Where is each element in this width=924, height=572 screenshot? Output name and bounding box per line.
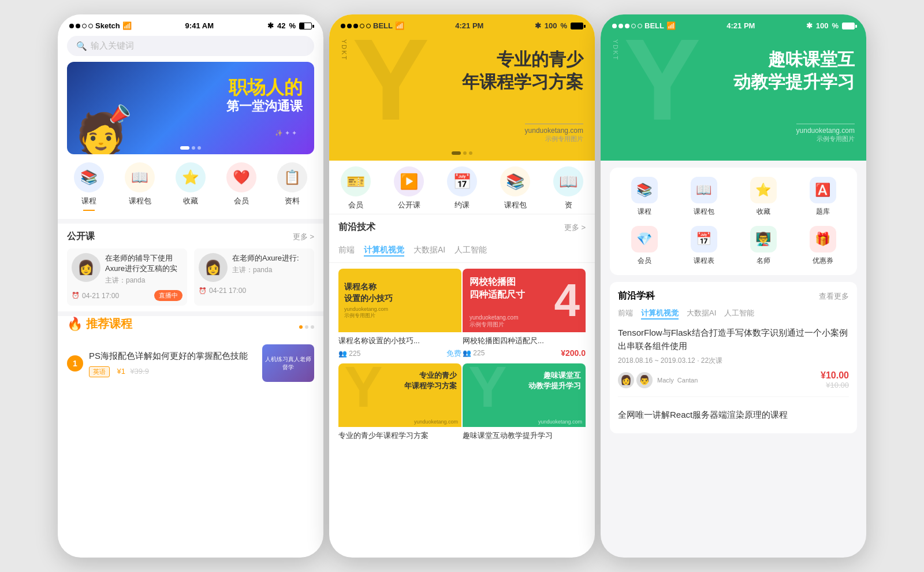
subject-more-3[interactable]: 查看更多 (819, 291, 849, 302)
battery-fill-2 (571, 23, 583, 29)
pub-title-1: 在老师的辅导下使用Axure进行交互稿的实 (105, 253, 182, 274)
grid-info-1: 课程名称设置的小技巧... 👥 225 免费 (338, 332, 461, 362)
signal-dot-4 (88, 24, 93, 28)
cat2-label-materials: 资 (565, 200, 572, 210)
section-more-public[interactable]: 更多 > (293, 232, 314, 242)
battery-fill-1 (300, 23, 304, 29)
icon-item-packages-3[interactable]: 📖 课程包 (674, 172, 733, 221)
cutting-edge-more[interactable]: 更多 > (564, 222, 586, 233)
grid-text-3: 专业的青少年课程学习方案 (404, 370, 457, 391)
icon-item-courses-3[interactable]: 📚 课程 (614, 172, 674, 221)
grid-card-4[interactable]: Y 趣味课堂互动教学提升学习 yunduoketang.com 趣味课堂互动教学… (463, 363, 586, 444)
cat2-public[interactable]: ▶️ 公开课 (382, 166, 435, 210)
cat2-member[interactable]: 🎫 会员 (329, 166, 382, 210)
icon-label-quiz-3: 题库 (816, 207, 830, 217)
grid-card-2[interactable]: 4 网校轮播图四种适配尺寸 yunduoketang.com示例专用图片 网校轮… (463, 269, 586, 362)
grid-card-1[interactable]: 课程名称设置的小技巧 yunduoketang.com示例专用图片 课程名称设置… (338, 269, 461, 362)
section-header-public: 公开课 更多 > (58, 224, 323, 248)
grid-info-4: 趣味课堂互动教学提升学习 (463, 427, 586, 444)
pub-card-inner-2: 👩 在老师的Axure进行: 主讲：panda (199, 253, 310, 282)
live-badge-1: 直播中 (154, 290, 182, 301)
overlay-text-2: 网校轮播图四种适配尺寸 (470, 276, 557, 302)
time-2: 4:21 PM (455, 21, 483, 30)
grid-info-3: 专业的青少年课程学习方案 (338, 427, 461, 444)
tab-frontend[interactable]: 前端 (338, 245, 355, 257)
subjtab-cv[interactable]: 计算机视觉 (641, 308, 679, 320)
grid-y-3: Y (344, 363, 383, 415)
cat-item-favorites-1[interactable]: ⭐ 收藏 (170, 162, 211, 211)
icon-item-favorites-3[interactable]: ⭐ 收藏 (733, 172, 793, 221)
dot-3 (198, 146, 201, 150)
banner-1: 🧑 📣 职场人的 第一堂沟通课 ✨ ✦ ✦ (67, 62, 314, 154)
icon-grid-3: 📚 课程 📖 课程包 ⭐ 收藏 🅰️ 题库 💎 会员 📅 课 (614, 172, 852, 270)
avatar-names: Macly Cantan (657, 377, 698, 384)
pub-card-2[interactable]: 👩 在老师的Axure进行: 主讲：panda ⏰ 04-21 17:00 (194, 248, 314, 306)
tab-bigdata[interactable]: 大数据AI (413, 245, 445, 257)
cat2-materials[interactable]: 📖 资 (542, 166, 595, 210)
icon-item-quiz-3[interactable]: 🅰️ 题库 (793, 172, 852, 221)
cat-label-favorites: 收藏 (183, 196, 198, 206)
cat2-packages[interactable]: 📚 课程包 (489, 166, 542, 210)
banner-sample-2: 示例专用图片 (525, 135, 583, 143)
cat-item-packages-1[interactable]: 📖 课程包 (120, 162, 160, 211)
rdot-3 (311, 325, 314, 329)
subjtab-bigdata[interactable]: 大数据AI (687, 308, 716, 320)
banner-logo-3: YDKT (612, 39, 619, 61)
recommend-section: 🔥 推荐课程 1 PS海报配色详解如何更好的掌握配色技能 英语 ¥1 ¥39.9 (58, 316, 323, 382)
grid-thumb-site-1: yunduoketang.com示例专用图片 (344, 306, 456, 320)
battery-percent-3: 100 (816, 21, 829, 30)
tab-ai[interactable]: 人工智能 (454, 245, 487, 257)
recommend-dots (299, 325, 314, 329)
cat-item-member-1[interactable]: ❤️ 会员 (221, 162, 262, 211)
icon-label-schedule-3: 课程表 (694, 256, 714, 266)
price-red-1: ¥10.00 (821, 370, 849, 381)
grid-thumb-1: 课程名称设置的小技巧 yunduoketang.com示例专用图片 (338, 269, 461, 332)
subject-meta-1: 2018.08.16 ~ 2019.03.12 · 22次课 (618, 356, 849, 366)
recommend-label: 推荐课程 (86, 316, 132, 332)
phone-screen-3: BELL 📶 4:21 PM ✱ 100% YDKT Y 趣味课堂互 动教学提升… (601, 14, 866, 558)
signal-dots-2 (341, 24, 371, 28)
icon-item-coupon-3[interactable]: 🎁 优惠券 (793, 221, 852, 270)
cat-item-materials-1[interactable]: 📋 资料 (272, 162, 312, 211)
recommend-item-1[interactable]: 1 PS海报配色详解如何更好的掌握配色技能 英语 ¥1 ¥39.9 人机练习真人… (67, 344, 314, 382)
subjtab-frontend[interactable]: 前端 (618, 308, 633, 320)
grid-thumb-3: Y 专业的青少年课程学习方案 yunduoketang.com (338, 363, 461, 427)
pub-card-text-1: 在老师的辅导下使用Axure进行交互稿的实 主讲：panda (105, 253, 182, 285)
divider-2 (58, 311, 323, 316)
grid-price-2: ¥200.0 (561, 348, 586, 358)
signal-dot-2 (76, 24, 80, 28)
banner-y-letter-3: Y (624, 34, 701, 138)
cat2-icon-book: 📅 (447, 166, 477, 196)
bdot-22 (463, 151, 467, 155)
subject-section-3: 前沿学科 查看更多 前端 计算机视觉 大数据AI 人工智能 TensorFlow… (610, 282, 857, 433)
status-left-1: Sketch 📶 (69, 21, 132, 30)
time-text-2: 04-21 17:00 (209, 287, 246, 295)
banner-line2-3: 动教学提升学习 (733, 70, 855, 93)
status-right-2: ✱ 100% (535, 21, 583, 30)
pub-footer-1: ⏰ 04-21 17:00 直播中 (72, 290, 182, 301)
search-placeholder-1: 输入关键词 (91, 40, 134, 51)
search-bar-1[interactable]: 🔍 输入关键词 (67, 36, 314, 56)
grid-thumb-text-1: 课程名称设置的小技巧 (344, 281, 456, 304)
icon-item-member-3[interactable]: 💎 会员 (614, 221, 674, 270)
tab-cv[interactable]: 计算机视觉 (364, 245, 404, 257)
icon-circle-quiz-3: 🅰️ (810, 177, 836, 203)
icon-item-schedule-3[interactable]: 📅 课程表 (674, 221, 733, 270)
banner-title-1: 职场人的 第一堂沟通课 (226, 76, 303, 115)
subject-course-2[interactable]: 全网唯一讲解React服务器端渲染原理的课程 (618, 404, 849, 422)
subject-avatars-1: 👩 👨 Macly Cantan (618, 372, 698, 388)
pub-card-1[interactable]: 👩 在老师的辅导下使用Axure进行交互稿的实 主讲：panda ⏰ 04-21… (67, 248, 187, 306)
grid-card-3[interactable]: Y 专业的青少年课程学习方案 yunduoketang.com 专业的青少年课程… (338, 363, 461, 444)
subjtab-ai[interactable]: 人工智能 (724, 308, 754, 320)
subject-title-3: 前沿学科 (618, 290, 655, 302)
fire-icon: 🔥 (67, 317, 83, 332)
grid-title-4: 趣味课堂互动教学提升学习 (463, 430, 586, 441)
icon-label-courses-3: 课程 (638, 207, 651, 217)
cat2-book[interactable]: 📅 约课 (435, 166, 489, 210)
icon-item-teacher-3[interactable]: 👨‍🏫 名师 (733, 221, 793, 270)
recommend-tag-1: 英语 (89, 366, 110, 377)
cat-item-courses-1[interactable]: 📚 课程 (69, 162, 109, 211)
subject-course-1[interactable]: TensorFlow与Flask结合打造手写体数字识别通过一个小案例出串联各组件… (618, 326, 849, 397)
signal-dot-25 (366, 24, 371, 28)
grid-students-2: 👥 225 (463, 349, 485, 357)
